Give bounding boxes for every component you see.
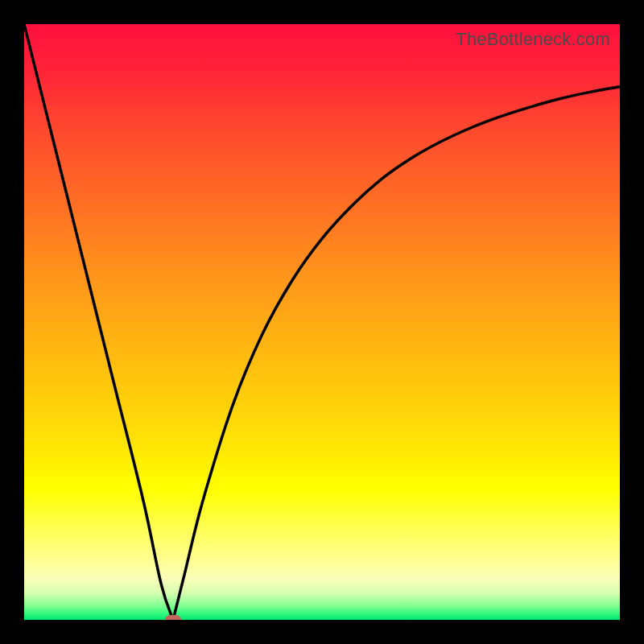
plot-area: TheBottleneck.com [24,24,620,620]
curve-layer [24,24,620,620]
chart-frame: TheBottleneck.com [0,0,644,644]
min-marker [165,615,181,620]
curve-left [24,24,173,620]
curve-right [173,87,620,620]
